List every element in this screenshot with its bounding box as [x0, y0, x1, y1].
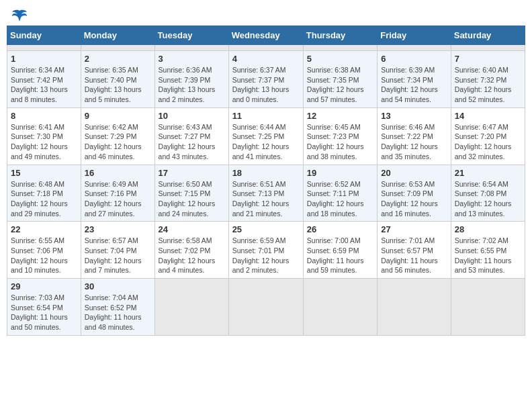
day-number: 23 [85, 224, 151, 234]
calendar-week-2: 8Sunrise: 6:41 AMSunset: 7:30 PMDaylight… [7, 107, 525, 165]
weekday-header-thursday: Thursday [303, 26, 377, 45]
calendar-cell: 12Sunrise: 6:45 AMSunset: 7:23 PMDayligh… [303, 107, 377, 165]
day-number: 6 [381, 54, 447, 64]
day-number: 14 [455, 111, 521, 121]
calendar-cell: 27Sunrise: 7:01 AMSunset: 6:57 PMDayligh… [378, 222, 451, 279]
day-info: Sunrise: 7:04 AMSunset: 6:52 PMDaylight:… [85, 293, 151, 332]
day-info: Sunrise: 6:50 AMSunset: 7:15 PMDaylight:… [159, 179, 225, 219]
calendar-cell [228, 279, 303, 336]
day-number: 28 [455, 224, 521, 234]
day-info: Sunrise: 6:54 AMSunset: 7:08 PMDaylight:… [455, 179, 521, 219]
calendar-table: SundayMondayTuesdayWednesdayThursdayFrid… [7, 26, 525, 336]
calendar-cell: 15Sunrise: 6:48 AMSunset: 7:18 PMDayligh… [7, 165, 81, 222]
calendar-cell [154, 279, 228, 336]
day-info: Sunrise: 6:55 AMSunset: 7:06 PMDaylight:… [11, 236, 77, 275]
calendar-cell: 24Sunrise: 6:58 AMSunset: 7:02 PMDayligh… [154, 222, 228, 279]
calendar-cell: 5Sunrise: 6:38 AMSunset: 7:35 PMDaylight… [303, 51, 377, 108]
weekday-header-sunday: Sunday [7, 26, 81, 45]
calendar-cell: 21Sunrise: 6:54 AMSunset: 7:08 PMDayligh… [451, 165, 525, 222]
day-number: 12 [307, 111, 373, 121]
day-number: 7 [455, 54, 521, 64]
day-number: 19 [307, 168, 373, 178]
calendar-cell: 28Sunrise: 7:02 AMSunset: 6:55 PMDayligh… [451, 222, 525, 279]
logo [11, 9, 27, 19]
day-number: 21 [455, 168, 521, 178]
day-number: 4 [232, 54, 300, 64]
day-number: 11 [232, 111, 300, 121]
calendar-cell: 13Sunrise: 6:46 AMSunset: 7:22 PMDayligh… [378, 107, 451, 165]
day-number: 5 [307, 54, 373, 64]
calendar-cell: 19Sunrise: 6:52 AMSunset: 7:11 PMDayligh… [303, 165, 377, 222]
calendar-cell: 10Sunrise: 6:43 AMSunset: 7:27 PMDayligh… [154, 107, 228, 165]
calendar-cell [451, 279, 525, 336]
calendar-cell: 2Sunrise: 6:35 AMSunset: 7:40 PMDaylight… [81, 51, 154, 108]
calendar-cell [303, 45, 377, 51]
day-info: Sunrise: 6:45 AMSunset: 7:23 PMDaylight:… [307, 122, 373, 162]
day-number: 13 [381, 111, 447, 121]
day-number: 25 [232, 224, 300, 234]
calendar-cell: 29Sunrise: 7:03 AMSunset: 6:54 PMDayligh… [7, 279, 81, 336]
day-number: 20 [381, 168, 447, 178]
calendar-cell: 20Sunrise: 6:53 AMSunset: 7:09 PMDayligh… [378, 165, 451, 222]
day-number: 8 [11, 111, 77, 121]
weekday-header-wednesday: Wednesday [228, 26, 303, 45]
day-info: Sunrise: 6:38 AMSunset: 7:35 PMDaylight:… [307, 65, 373, 105]
day-number: 2 [85, 54, 151, 64]
day-info: Sunrise: 6:39 AMSunset: 7:34 PMDaylight:… [381, 65, 447, 105]
day-info: Sunrise: 6:40 AMSunset: 7:32 PMDaylight:… [455, 65, 521, 105]
day-number: 1 [11, 54, 77, 64]
day-info: Sunrise: 6:37 AMSunset: 7:37 PMDaylight:… [232, 65, 300, 105]
day-number: 27 [381, 224, 447, 234]
calendar-cell: 18Sunrise: 6:51 AMSunset: 7:13 PMDayligh… [228, 165, 303, 222]
calendar-cell: 22Sunrise: 6:55 AMSunset: 7:06 PMDayligh… [7, 222, 81, 279]
calendar-cell: 7Sunrise: 6:40 AMSunset: 7:32 PMDaylight… [451, 51, 525, 108]
calendar-week-4: 22Sunrise: 6:55 AMSunset: 7:06 PMDayligh… [7, 222, 525, 279]
day-info: Sunrise: 6:51 AMSunset: 7:13 PMDaylight:… [232, 179, 300, 219]
day-number: 3 [159, 54, 225, 64]
day-info: Sunrise: 6:36 AMSunset: 7:39 PMDaylight:… [159, 65, 225, 105]
calendar-cell [378, 279, 451, 336]
calendar-cell [451, 45, 525, 51]
day-info: Sunrise: 6:34 AMSunset: 7:42 PMDaylight:… [11, 65, 77, 105]
calendar-cell: 16Sunrise: 6:49 AMSunset: 7:16 PMDayligh… [81, 165, 154, 222]
calendar-cell [81, 45, 154, 51]
weekday-header-tuesday: Tuesday [154, 26, 228, 45]
day-number: 9 [85, 111, 151, 121]
calendar-cell: 3Sunrise: 6:36 AMSunset: 7:39 PMDaylight… [154, 51, 228, 108]
day-number: 30 [85, 281, 151, 291]
header [7, 7, 525, 21]
calendar-cell: 4Sunrise: 6:37 AMSunset: 7:37 PMDaylight… [228, 51, 303, 108]
calendar-week-1: 1Sunrise: 6:34 AMSunset: 7:42 PMDaylight… [7, 51, 525, 108]
day-number: 24 [159, 224, 225, 234]
day-number: 15 [11, 168, 77, 178]
day-info: Sunrise: 7:00 AMSunset: 6:59 PMDaylight:… [307, 236, 373, 275]
calendar-cell: 14Sunrise: 6:47 AMSunset: 7:20 PMDayligh… [451, 107, 525, 165]
day-info: Sunrise: 6:35 AMSunset: 7:40 PMDaylight:… [85, 65, 151, 105]
calendar-week-0 [7, 45, 525, 51]
day-info: Sunrise: 6:58 AMSunset: 7:02 PMDaylight:… [159, 236, 225, 275]
day-number: 10 [159, 111, 225, 121]
day-info: Sunrise: 6:42 AMSunset: 7:29 PMDaylight:… [85, 122, 151, 162]
day-number: 16 [85, 168, 151, 178]
calendar-cell [7, 45, 81, 51]
calendar-cell [378, 45, 451, 51]
calendar-week-5: 29Sunrise: 7:03 AMSunset: 6:54 PMDayligh… [7, 279, 525, 336]
calendar-cell: 9Sunrise: 6:42 AMSunset: 7:29 PMDaylight… [81, 107, 154, 165]
day-number: 22 [11, 224, 77, 234]
calendar-header-row: SundayMondayTuesdayWednesdayThursdayFrid… [7, 26, 525, 45]
calendar-cell: 6Sunrise: 6:39 AMSunset: 7:34 PMDaylight… [378, 51, 451, 108]
calendar-cell [303, 279, 377, 336]
day-info: Sunrise: 6:43 AMSunset: 7:27 PMDaylight:… [159, 122, 225, 162]
weekday-header-friday: Friday [378, 26, 451, 45]
calendar-cell: 1Sunrise: 6:34 AMSunset: 7:42 PMDaylight… [7, 51, 81, 108]
day-info: Sunrise: 6:41 AMSunset: 7:30 PMDaylight:… [11, 122, 77, 162]
calendar-cell [228, 45, 303, 51]
day-info: Sunrise: 6:49 AMSunset: 7:16 PMDaylight:… [85, 179, 151, 219]
weekday-header-monday: Monday [81, 26, 154, 45]
logo-bird-icon [12, 9, 27, 21]
day-info: Sunrise: 6:57 AMSunset: 7:04 PMDaylight:… [85, 236, 151, 275]
calendar-cell: 8Sunrise: 6:41 AMSunset: 7:30 PMDaylight… [7, 107, 81, 165]
day-info: Sunrise: 7:03 AMSunset: 6:54 PMDaylight:… [11, 293, 77, 332]
day-info: Sunrise: 6:53 AMSunset: 7:09 PMDaylight:… [381, 179, 447, 219]
calendar-week-3: 15Sunrise: 6:48 AMSunset: 7:18 PMDayligh… [7, 165, 525, 222]
